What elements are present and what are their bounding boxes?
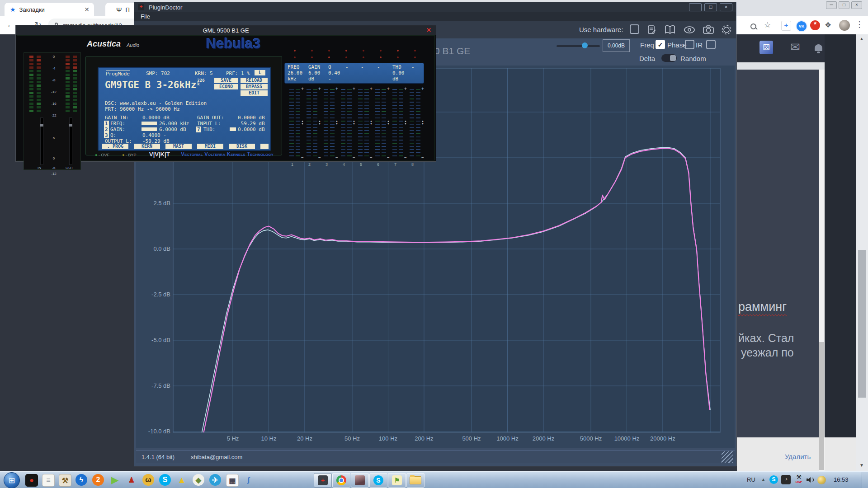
dragon-icon[interactable]: ∫	[243, 474, 255, 486]
screenshot-camera-icon[interactable]	[702, 24, 715, 36]
slider-stepper-icon[interactable]: ▲▼	[335, 120, 338, 125]
gauge-tray-icon[interactable]: ◔	[781, 475, 791, 484]
scroll-down-icon[interactable]: ▼	[859, 463, 864, 468]
skype-tray-icon[interactable]: S	[769, 475, 778, 484]
browser-tab-forum[interactable]: Ψ П	[105, 3, 136, 16]
slider-stepper-icon[interactable]: ▲▼	[353, 120, 355, 125]
chrome-task-button[interactable]	[332, 473, 350, 488]
inner-scrollbar[interactable]	[819, 70, 825, 471]
slider-plus-icon[interactable]: +	[301, 86, 304, 91]
slider-plus-icon[interactable]: +	[370, 86, 373, 91]
slider-plus-icon[interactable]: +	[318, 86, 321, 91]
browser-minimize-button[interactable]: ─	[826, 1, 837, 9]
slider-minus-icon[interactable]: −	[387, 155, 390, 160]
start-button[interactable]: ⊞	[4, 472, 20, 488]
gain-slider-thumb[interactable]	[582, 42, 588, 48]
alerts-bell-icon[interactable]	[815, 44, 822, 51]
slider-stepper-icon[interactable]: ▲▼	[318, 120, 321, 125]
browser-close-button[interactable]: ×	[851, 1, 862, 9]
green-arrow-icon[interactable]: ▶	[109, 474, 121, 486]
anime-avatar-task-button[interactable]	[351, 473, 369, 488]
skype-icon[interactable]: S	[159, 474, 171, 486]
slider-stepper-icon[interactable]: ▲▼	[404, 120, 407, 125]
show-desktop-button[interactable]	[862, 472, 868, 488]
orange-2-icon[interactable]: 2	[92, 474, 104, 486]
notepad-icon[interactable]: ≡	[42, 474, 55, 487]
eye-icon[interactable]	[683, 24, 696, 36]
vk-extension-icon[interactable]: VK	[796, 20, 807, 32]
phase-checkbox[interactable]	[685, 40, 694, 49]
gain-value-box[interactable]: 0.00dB	[603, 39, 630, 52]
browser-tab-bookmarks[interactable]: ★ Закладки ✕	[5, 3, 94, 16]
red-figure-icon[interactable]: ♟	[126, 474, 137, 486]
resize-grip[interactable]	[722, 451, 733, 463]
slider-minus-icon[interactable]: −	[370, 155, 373, 160]
zoom-icon[interactable]	[750, 23, 756, 29]
extensions-puzzle-icon[interactable]: ❖	[825, 20, 831, 30]
slider-plus-icon[interactable]: +	[421, 86, 424, 91]
use-hardware-checkbox[interactable]	[630, 24, 639, 34]
slider-stepper-icon[interactable]: ▲▼	[421, 120, 424, 125]
nebula-titlebar[interactable]: GML 9500 B1 GE ✕	[16, 25, 436, 35]
slider-plus-icon[interactable]: +	[387, 86, 390, 91]
slider-minus-icon[interactable]: −	[421, 155, 424, 160]
settings-gear-icon[interactable]	[720, 23, 733, 36]
browser-menu-icon[interactable]: ⋮	[855, 19, 863, 29]
freq-checkbox[interactable]: ✓	[656, 40, 665, 49]
pd-restore-button[interactable]: □	[704, 3, 717, 11]
slider-stepper-icon[interactable]: ▲▼	[301, 120, 304, 125]
delta-random-toggle[interactable]	[661, 54, 677, 62]
slider-stepper-icon[interactable]: ▲▼	[387, 120, 390, 125]
language-indicator[interactable]: RU	[747, 476, 755, 483]
skype-task-button[interactable]: S	[369, 473, 387, 488]
plugindoctor-titlebar[interactable]: + PluginDoctor ─ □ ×	[134, 2, 736, 12]
volume-tray-icon[interactable]	[807, 477, 814, 483]
sheep-icon[interactable]: ω	[142, 474, 154, 486]
inner-scrollbar-thumb[interactable]	[819, 342, 824, 470]
file-menu[interactable]: File	[141, 12, 150, 21]
notes-task-button[interactable]: ⚑	[388, 473, 406, 488]
ir-checkbox[interactable]	[706, 40, 716, 49]
slider-minus-icon[interactable]: −	[404, 155, 407, 160]
adblock-extension-icon[interactable]: *	[810, 20, 820, 30]
slider-minus-icon[interactable]: −	[353, 155, 355, 160]
profile-avatar[interactable]	[839, 20, 850, 31]
manual-book-icon[interactable]	[664, 24, 676, 36]
plugindoctor-task-button[interactable]: +	[314, 473, 332, 488]
preset-notes-icon[interactable]	[646, 24, 658, 36]
weather-tray-icon[interactable]	[817, 476, 826, 484]
slider-plus-icon[interactable]: +	[404, 86, 407, 91]
tray-expand-icon[interactable]: ▲	[761, 477, 765, 482]
slider-plus-icon[interactable]: +	[335, 86, 338, 91]
scroll-up-icon[interactable]: ▲	[859, 36, 864, 41]
page-scrollbar[interactable]: ▲ ▼	[856, 34, 868, 471]
pd-close-button[interactable]: ×	[720, 3, 732, 11]
page-scrollbar-thumb[interactable]	[858, 250, 866, 398]
shield-icon[interactable]: ◆	[193, 474, 204, 486]
delete-link[interactable]: Удалить	[785, 453, 811, 460]
slider-minus-icon[interactable]: −	[318, 155, 321, 160]
browser-restore-button[interactable]: □	[839, 1, 849, 9]
calendar-icon[interactable]: ▦	[226, 474, 239, 487]
hammer-tool-icon[interactable]: ⚒	[59, 474, 71, 487]
back-button[interactable]: ←	[6, 20, 15, 30]
nebula-close-icon[interactable]: ✕	[426, 27, 431, 33]
dsp-tray-icon[interactable]: ⚒ DSP	[794, 474, 804, 486]
gain-slider-track[interactable]	[557, 45, 600, 47]
messages-envelope-icon[interactable]: ✉	[790, 40, 800, 54]
telegram-icon[interactable]: ✈	[209, 474, 221, 486]
gplus-extension-icon[interactable]: +	[781, 21, 791, 31]
pd-minimize-button[interactable]: ─	[689, 3, 702, 11]
slider-plus-icon[interactable]: +	[353, 86, 355, 91]
folder-task-button[interactable]	[406, 473, 425, 488]
lightning-icon[interactable]: ϟ	[75, 474, 87, 486]
warning-triangle-icon[interactable]: ▲	[176, 474, 188, 486]
bookmark-this-star-icon[interactable]: ☆	[764, 20, 771, 30]
slider-minus-icon[interactable]: −	[335, 155, 338, 160]
slider-stepper-icon[interactable]: ▲▼	[370, 120, 373, 125]
slider-minus-icon[interactable]: −	[301, 155, 304, 160]
clock[interactable]: 16:53	[834, 476, 849, 483]
recorder-icon[interactable]: ●	[25, 474, 38, 487]
tab-close-icon[interactable]: ✕	[84, 6, 90, 13]
forum-logo-cube-icon[interactable]: ⚄	[760, 41, 773, 54]
